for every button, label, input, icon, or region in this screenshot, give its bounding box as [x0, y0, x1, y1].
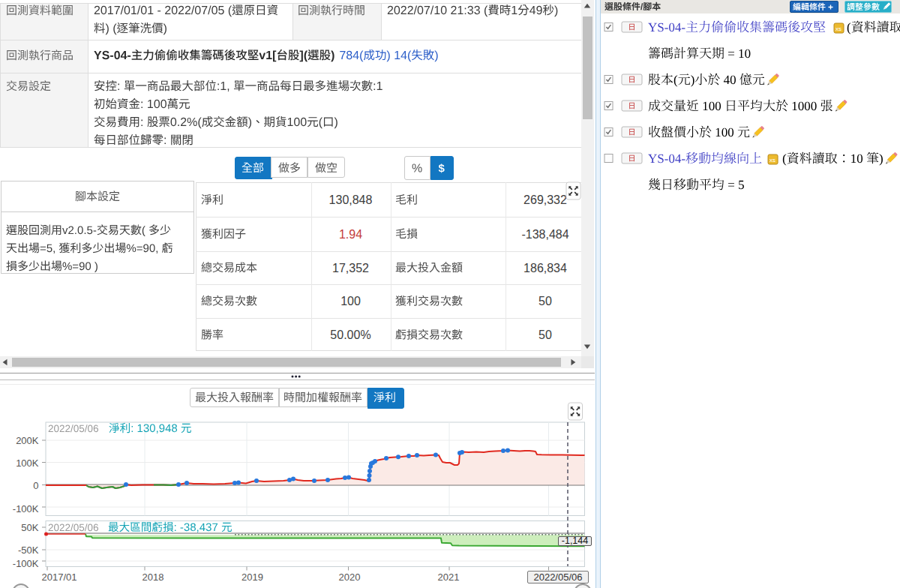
svg-text:xs: xs	[770, 157, 776, 164]
svg-text:xs: xs	[836, 26, 842, 32]
